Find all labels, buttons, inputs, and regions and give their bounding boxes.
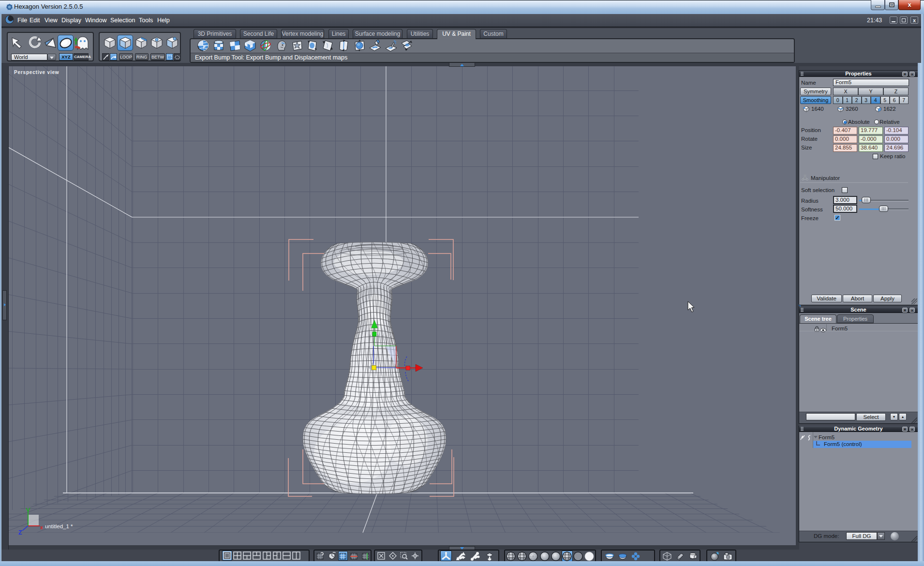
- svg-text:untitled_1 *: untitled_1 *: [45, 523, 73, 529]
- svg-text:Z: Z: [18, 529, 22, 536]
- svg-text:x: x: [40, 525, 43, 530]
- svg-text:Perspective view: Perspective view: [14, 70, 59, 75]
